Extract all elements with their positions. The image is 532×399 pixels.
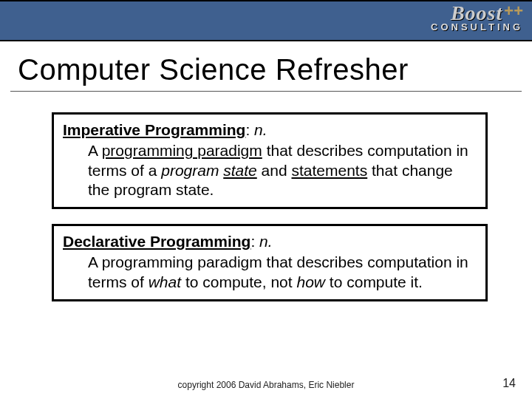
- title-underline: [10, 91, 522, 92]
- copyright-footer: copyright 2006 David Abrahams, Eric Nieb…: [0, 380, 532, 390]
- logo-plus-text: ++: [504, 1, 523, 20]
- definition-body: A programming paradigm that describes co…: [88, 141, 477, 200]
- definition-pos: n.: [254, 121, 267, 138]
- definition-box-imperative: Imperative Programming: n. A programming…: [52, 112, 488, 209]
- logo-sub-text: CONSULTING: [431, 22, 523, 32]
- definition-pos: n.: [259, 233, 273, 250]
- header-bar: Boost++ CONSULTING: [0, 0, 532, 41]
- definition-body: A programming paradigm that describes co…: [88, 253, 477, 292]
- definition-box-declarative: Declarative Programming: n. A programmin…: [52, 224, 488, 301]
- slide: Boost++ CONSULTING Computer Science Refr…: [0, 0, 532, 399]
- slide-title: Computer Science Refresher: [18, 53, 514, 86]
- definition-term: Imperative Programming: [63, 121, 245, 138]
- definition-term: Declarative Programming: [63, 233, 250, 250]
- logo-line1: Boost++: [431, 3, 523, 24]
- logo: Boost++ CONSULTING: [431, 3, 523, 32]
- page-number: 14: [502, 377, 516, 390]
